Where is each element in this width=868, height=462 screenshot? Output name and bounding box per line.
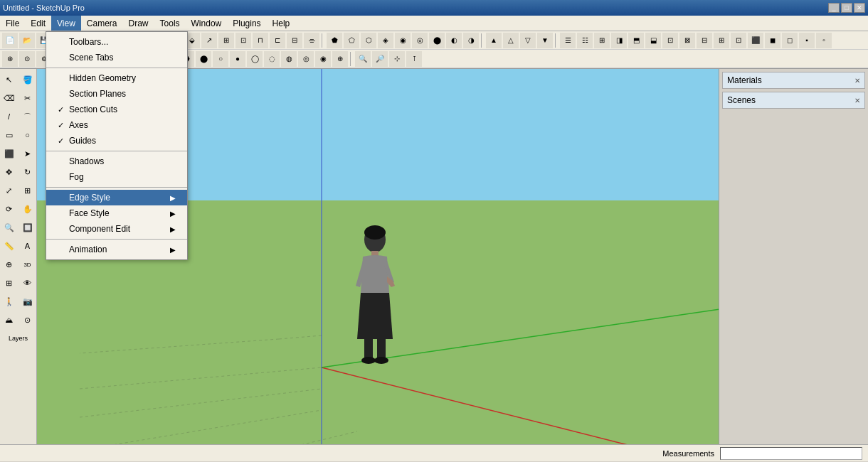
tb-b10[interactable]: ⌯ <box>304 33 319 48</box>
tb-d2[interactable]: △ <box>503 33 519 48</box>
tb2-b9[interactable]: ◍ <box>281 51 297 67</box>
tool-scale[interactable]: ⤢ <box>1 182 18 199</box>
menu-camera[interactable]: Camera <box>81 16 123 31</box>
dd-item-axes[interactable]: ✓Axes <box>46 117 187 133</box>
tb-c5[interactable]: ◉ <box>395 33 411 48</box>
tool-zoom-window[interactable]: 🔲 <box>19 219 36 236</box>
tb-e14[interactable]: ◻ <box>782 33 798 48</box>
tb2-b11[interactable]: ◉ <box>315 51 331 67</box>
tb-c8[interactable]: ◐ <box>446 33 462 48</box>
tb-e16[interactable]: ▫ <box>816 33 832 48</box>
tb-b7[interactable]: ⊓ <box>253 33 268 48</box>
tool-push-pull[interactable]: ⬛ <box>1 145 18 162</box>
tb-b9[interactable]: ⊟ <box>287 33 302 48</box>
tb-c9[interactable]: ◑ <box>463 33 479 48</box>
tb-e1[interactable]: ☰ <box>560 33 576 48</box>
dd-item-section-planes[interactable]: Section Planes <box>46 86 187 102</box>
tool-text[interactable]: A <box>19 237 36 254</box>
dd-item-shadows[interactable]: Shadows <box>46 154 187 169</box>
tb-c7[interactable]: ⬤ <box>429 33 445 48</box>
tb2-c1[interactable]: 🔍 <box>355 51 371 67</box>
tool-offset[interactable]: ⊞ <box>19 182 36 199</box>
tool-measure[interactable]: 📏 <box>1 237 18 254</box>
tb2-c3[interactable]: ⊹ <box>389 51 405 67</box>
materials-close[interactable]: ✕ <box>854 77 860 85</box>
tool-paint[interactable]: 🪣 <box>19 71 36 88</box>
dd-item-guides[interactable]: ✓Guides <box>46 133 187 149</box>
tb-new[interactable]: 📄 <box>2 33 18 48</box>
menu-draw[interactable]: Draw <box>123 16 154 31</box>
menu-plugins[interactable]: Plugins <box>227 16 266 31</box>
tb-e3[interactable]: ⊞ <box>594 33 610 48</box>
menu-tools[interactable]: Tools <box>154 16 186 31</box>
tb-d4[interactable]: ▼ <box>537 33 553 48</box>
tb-d1[interactable]: ▲ <box>486 33 502 48</box>
tool-rect[interactable]: ▭ <box>1 127 18 144</box>
measurements-input[interactable] <box>720 447 862 460</box>
tb-e5[interactable]: ⬒ <box>628 33 644 48</box>
tb-e12[interactable]: ⬛ <box>748 33 763 48</box>
tb2-b4[interactable]: ⬤ <box>196 51 211 67</box>
tb-e4[interactable]: ◨ <box>611 33 627 48</box>
dd-item-section-cuts[interactable]: ✓Section Cuts <box>46 102 187 117</box>
tb-b6[interactable]: ⊡ <box>235 33 251 48</box>
tool-erase[interactable]: ⌫ <box>1 90 18 107</box>
dd-item-fog[interactable]: Fog <box>46 169 187 185</box>
tb-b8[interactable]: ⊏ <box>270 33 285 48</box>
menu-window[interactable]: Window <box>186 16 228 31</box>
tb-e2[interactable]: ☷ <box>577 33 593 48</box>
dd-item-edge-style[interactable]: Edge Style▶ <box>46 190 187 205</box>
minimize-button[interactable]: _ <box>828 3 840 13</box>
tool-lookaround[interactable]: 👁 <box>19 274 36 291</box>
tb-c1[interactable]: ⬟ <box>327 33 342 48</box>
tb-e7[interactable]: ⊡ <box>662 33 678 48</box>
tb2-b7[interactable]: ◯ <box>247 51 263 67</box>
tb2-b10[interactable]: ◎ <box>298 51 314 67</box>
tb2-b6[interactable]: ● <box>230 51 245 67</box>
menu-edit[interactable]: Edit <box>25 16 51 31</box>
menu-help[interactable]: Help <box>267 16 296 31</box>
tool-section-plane[interactable]: ⊞ <box>1 274 18 291</box>
tb-c4[interactable]: ◈ <box>378 33 393 48</box>
window-controls[interactable]: _ □ ✕ <box>828 3 865 13</box>
dd-item-component-edit[interactable]: Component Edit▶ <box>46 221 187 237</box>
tool-sandbox2[interactable]: ⊙ <box>19 311 36 328</box>
tb-e13[interactable]: ◼ <box>765 33 780 48</box>
tb2-b8[interactable]: ◌ <box>264 51 280 67</box>
tool-advanced-camera[interactable]: 📷 <box>19 293 36 310</box>
tool-follow-me[interactable]: ➤ <box>19 145 36 162</box>
tb2-a1[interactable]: ⊛ <box>2 51 18 67</box>
tool-circle[interactable]: ○ <box>19 127 36 144</box>
tb-b4[interactable]: ↗ <box>201 33 217 48</box>
tb2-b5[interactable]: ○ <box>213 51 228 67</box>
tb-e15[interactable]: ▪ <box>799 33 815 48</box>
tb-e8[interactable]: ⊠ <box>679 33 695 48</box>
tool-tape[interactable]: ✂ <box>19 90 36 107</box>
tool-orbit[interactable]: ⟳ <box>1 200 18 217</box>
dd-item-toolbars[interactable]: Toolbars... <box>46 34 187 50</box>
tool-line[interactable]: / <box>1 108 18 125</box>
tb-e10[interactable]: ⊞ <box>714 33 729 48</box>
dd-item-face-style[interactable]: Face Style▶ <box>46 205 187 221</box>
dd-item-scene-tabs[interactable]: Scene Tabs <box>46 50 187 65</box>
tb2-b12[interactable]: ⊕ <box>332 51 348 67</box>
tb2-a2[interactable]: ⊙ <box>19 51 35 67</box>
tool-3d-text[interactable]: 3D <box>19 256 36 273</box>
tb-c3[interactable]: ⬡ <box>361 33 376 48</box>
tb-b5[interactable]: ⊞ <box>218 33 234 48</box>
maximize-button[interactable]: □ <box>841 3 852 13</box>
tool-arc[interactable]: ⌒ <box>19 108 36 125</box>
menu-file[interactable]: File <box>0 16 25 31</box>
tool-zoom[interactable]: 🔍 <box>1 219 18 236</box>
tool-rotate[interactable]: ↻ <box>19 163 36 181</box>
dd-item-hidden-geometry[interactable]: Hidden Geometry <box>46 70 187 86</box>
tb-e9[interactable]: ⊟ <box>697 33 712 48</box>
tb2-c2[interactable]: 🔎 <box>372 51 388 67</box>
close-button[interactable]: ✕ <box>854 3 865 13</box>
tool-axes[interactable]: ⊕ <box>1 256 18 273</box>
scenes-close[interactable]: ✕ <box>854 97 860 104</box>
tb2-c4[interactable]: ⊺ <box>406 51 422 67</box>
tb-c2[interactable]: ⬠ <box>344 33 359 48</box>
tb-e6[interactable]: ⬓ <box>645 33 661 48</box>
tb-open[interactable]: 📂 <box>19 33 35 48</box>
